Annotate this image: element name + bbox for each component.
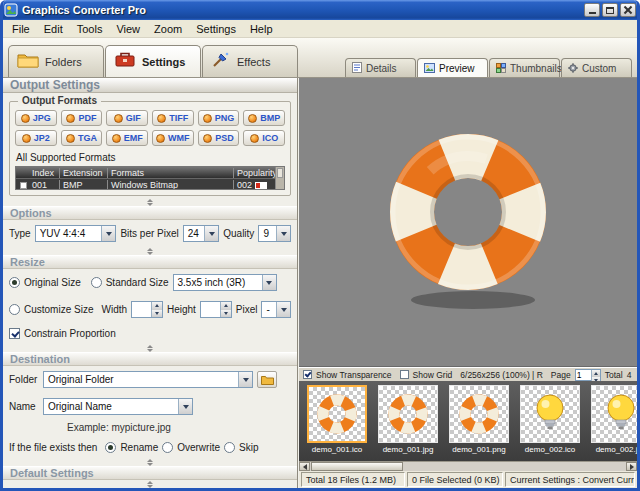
title-bar: Graphics Converter Pro	[0, 0, 640, 20]
format-button-tiff[interactable]: TIFF	[152, 110, 194, 126]
thumbnail-item[interactable]: demo_001.ico	[305, 385, 369, 457]
section-scroll-indicator[interactable]	[3, 480, 297, 488]
constrain-proportion-checkbox[interactable]	[9, 328, 20, 339]
format-button-jpg[interactable]: JPG	[15, 110, 57, 126]
horizontal-scrollbar[interactable]	[299, 461, 637, 471]
horizontal-scrollbar-thumb[interactable]	[311, 462, 403, 471]
thumbnail-item[interactable]: demo_002.jpg	[589, 385, 637, 457]
cell-extension: BMP	[60, 180, 108, 190]
show-transparence-checkbox[interactable]	[303, 370, 312, 379]
format-label: JPG	[33, 113, 51, 123]
tab-settings[interactable]: Settings	[105, 45, 201, 77]
name-select[interactable]: Original Name	[43, 398, 193, 415]
standard-size-radio[interactable]	[91, 277, 102, 288]
menu-settings[interactable]: Settings	[189, 22, 243, 36]
format-button-wmf[interactable]: WMF	[152, 130, 194, 146]
menu-edit[interactable]: Edit	[37, 22, 70, 36]
overwrite-radio[interactable]	[162, 442, 173, 453]
tab-custom[interactable]: Custom	[561, 58, 632, 77]
menu-view[interactable]: View	[109, 22, 147, 36]
scroll-left-arrow-icon[interactable]	[299, 462, 310, 471]
format-button-psd[interactable]: PSD	[198, 130, 240, 146]
format-button-gif[interactable]: GIF	[106, 110, 148, 126]
file-exists-row: If the file exists then Rename Overwrite…	[3, 442, 297, 453]
dropdown-arrow-icon[interactable]	[101, 226, 115, 241]
section-scroll-indicator[interactable]	[3, 247, 297, 255]
show-grid-checkbox[interactable]	[400, 370, 409, 379]
folder-select[interactable]: Original Folder	[43, 371, 253, 388]
maximize-button[interactable]	[602, 3, 618, 17]
format-button-emf[interactable]: EMF	[106, 130, 148, 146]
browse-folder-button[interactable]	[257, 371, 277, 388]
format-buttons: JPG PDF GIF TIFF PNG BMP JP2 TGA EMF WMF…	[15, 110, 285, 146]
table-scrollbar[interactable]	[275, 167, 284, 189]
tab-details[interactable]: Details	[345, 58, 416, 77]
format-icon	[250, 134, 259, 143]
menu-help[interactable]: Help	[243, 22, 280, 36]
skip-radio[interactable]	[224, 442, 235, 453]
destination-section-header[interactable]: Destination	[3, 352, 297, 366]
chevron-up-icon	[147, 245, 153, 251]
rename-radio[interactable]	[105, 442, 116, 453]
page-input[interactable]	[577, 370, 591, 380]
tab-preview[interactable]: Preview	[417, 58, 488, 77]
resize-section-header[interactable]: Resize	[3, 255, 297, 269]
standard-size-select[interactable]: 3.5x5 inch (3R)	[173, 274, 277, 291]
table-scrollbar-thumb[interactable]	[277, 168, 283, 178]
format-button-tga[interactable]: TGA	[61, 130, 103, 146]
preview-icon	[424, 59, 435, 77]
spin-up-icon[interactable]	[151, 302, 162, 310]
quality-select[interactable]: 9	[258, 225, 291, 242]
dropdown-arrow-icon[interactable]	[178, 399, 192, 414]
thumbnail-item[interactable]: demo_002.ico	[518, 385, 582, 457]
spin-up-icon[interactable]	[220, 302, 231, 310]
preview-canvas[interactable]	[299, 78, 637, 367]
dropdown-arrow-icon[interactable]	[262, 275, 276, 290]
original-size-radio[interactable]	[9, 277, 20, 288]
tab-folders[interactable]: Folders	[8, 45, 104, 77]
formats-table[interactable]: Index Extension Formats Popularity 001 B…	[15, 166, 285, 190]
name-value: Original Name	[48, 401, 112, 412]
width-stepper[interactable]	[131, 301, 163, 318]
bits-per-pixel-select[interactable]: 24	[183, 225, 219, 242]
pixel-select[interactable]: -	[261, 301, 291, 318]
tab-thumbnails[interactable]: Thumbnails	[489, 58, 560, 77]
menu-file[interactable]: File	[5, 22, 37, 36]
section-scroll-indicator[interactable]	[3, 458, 297, 466]
menu-zoom[interactable]: Zoom	[147, 22, 189, 36]
gear-icon	[568, 59, 578, 77]
overwrite-label: Overwrite	[177, 442, 220, 453]
type-select[interactable]: YUV 4:4:4	[35, 225, 117, 242]
dropdown-arrow-icon[interactable]	[276, 302, 290, 317]
height-stepper[interactable]	[200, 301, 232, 318]
thumbnail-item[interactable]: demo_001.jpg	[376, 385, 440, 457]
thumbnail-item[interactable]: demo_001.png	[447, 385, 511, 457]
format-button-png[interactable]: PNG	[198, 110, 240, 126]
row-checkbox[interactable]	[20, 182, 27, 189]
original-size-label: Original Size	[24, 277, 81, 288]
tab-effects[interactable]: Effects	[202, 45, 298, 77]
dropdown-arrow-icon[interactable]	[276, 226, 290, 241]
close-button[interactable]	[620, 3, 636, 17]
format-button-pdf[interactable]: PDF	[61, 110, 103, 126]
customize-size-radio[interactable]	[9, 304, 20, 315]
app-window: Graphics Converter Pro File Edit Tools V…	[0, 0, 640, 491]
lifebuoy-thumbnail-image	[449, 385, 509, 443]
format-button-bmp[interactable]: BMP	[243, 110, 285, 126]
page-stepper[interactable]	[575, 369, 601, 381]
section-scroll-indicator[interactable]	[3, 344, 297, 352]
spin-down-icon[interactable]	[220, 310, 231, 318]
spin-down-icon[interactable]	[591, 377, 600, 382]
format-button-jp2[interactable]: JP2	[15, 130, 57, 146]
format-button-ico[interactable]: ICO	[243, 130, 285, 146]
minimize-button[interactable]	[584, 3, 600, 17]
dropdown-arrow-icon[interactable]	[238, 372, 252, 387]
dropdown-arrow-icon[interactable]	[204, 226, 218, 241]
spin-down-icon[interactable]	[151, 310, 162, 318]
spin-up-icon[interactable]	[591, 370, 600, 377]
menu-tools[interactable]: Tools	[70, 22, 110, 36]
scroll-right-arrow-icon[interactable]	[626, 462, 637, 471]
section-scroll-indicator[interactable]	[3, 198, 297, 206]
options-section-header[interactable]: Options	[3, 206, 297, 220]
table-row[interactable]: 001 BMP Windows Bitmap 002	[16, 179, 284, 190]
